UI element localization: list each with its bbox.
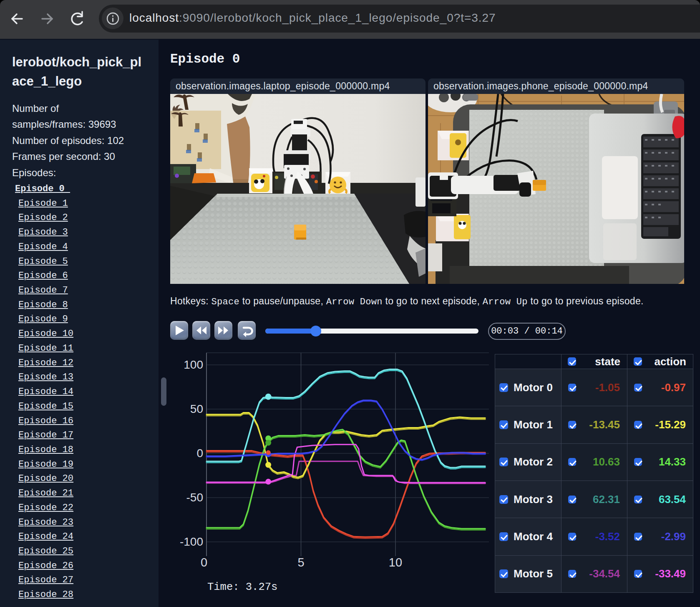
- svg-text:Time: 3.27s: Time: 3.27s: [207, 581, 277, 593]
- svg-text:0: 0: [201, 556, 207, 569]
- svg-text:10: 10: [389, 556, 402, 569]
- svg-text:0: 0: [196, 447, 203, 460]
- svg-text:50: 50: [190, 402, 203, 415]
- svg-text:100: 100: [184, 358, 203, 371]
- svg-text:5: 5: [297, 556, 304, 569]
- svg-text:-100: -100: [180, 535, 203, 548]
- svg-text:-50: -50: [186, 491, 203, 504]
